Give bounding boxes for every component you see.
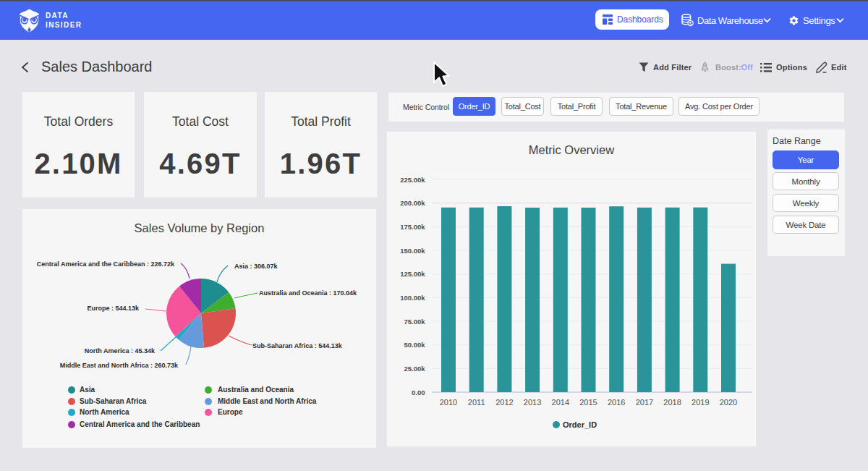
svg-text:2010: 2010	[440, 398, 457, 407]
svg-text:75.00k: 75.00k	[404, 318, 425, 326]
svg-text:150.00k: 150.00k	[400, 247, 425, 255]
svg-text:225.00k: 225.00k	[400, 176, 425, 184]
svg-text:2014: 2014	[552, 398, 569, 407]
svg-text:125.00k: 125.00k	[400, 270, 425, 278]
svg-text:2020: 2020	[720, 398, 737, 407]
svg-text:175.00k: 175.00k	[400, 223, 425, 231]
svg-text:100.00k: 100.00k	[400, 294, 425, 302]
svg-text:0.00: 0.00	[412, 389, 425, 396]
svg-text:2011: 2011	[468, 398, 485, 407]
svg-text:2013: 2013	[524, 398, 541, 407]
svg-text:Order_ID: Order_ID	[563, 420, 597, 429]
svg-text:2017: 2017	[636, 398, 653, 407]
svg-text:2015: 2015	[579, 398, 597, 407]
svg-text:2019: 2019	[692, 398, 709, 407]
svg-text:2012: 2012	[495, 398, 513, 407]
svg-text:25.00k: 25.00k	[404, 365, 425, 373]
svg-text:2016: 2016	[608, 398, 625, 407]
svg-text:2018: 2018	[663, 398, 681, 407]
svg-text:50.00k: 50.00k	[404, 341, 425, 349]
svg-text:200.00k: 200.00k	[400, 199, 425, 207]
